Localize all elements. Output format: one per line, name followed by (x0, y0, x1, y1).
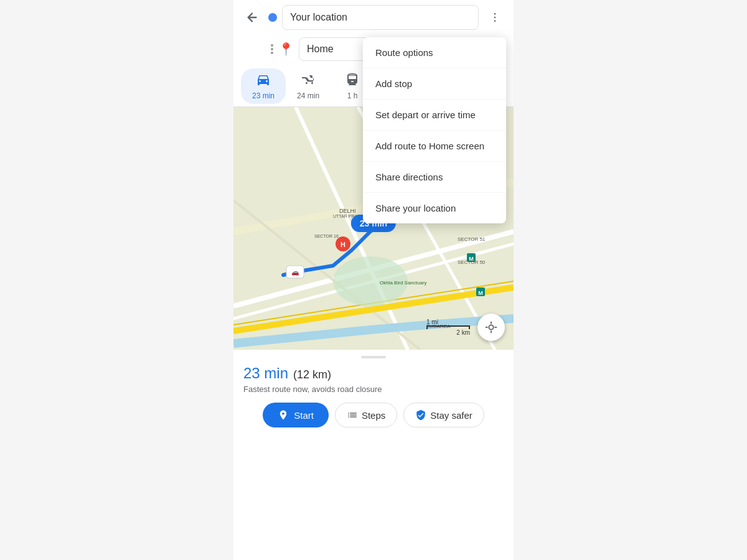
dropdown-menu: Route options Add stop Set depart or arr… (363, 37, 506, 223)
back-button[interactable] (241, 6, 263, 29)
menu-share-location[interactable]: Share your location (363, 193, 506, 223)
car-tab-label: 23 min (252, 91, 275, 100)
menu-set-time[interactable]: Set depart or arrive time (363, 100, 506, 131)
svg-text:M: M (478, 290, 483, 296)
map-scale: 1 mi 2 km (426, 319, 470, 336)
svg-text:SECTOR 50: SECTOR 50 (458, 259, 486, 265)
drag-handle[interactable] (361, 356, 386, 358)
svg-text:DELHI: DELHI (339, 208, 356, 214)
svg-text:H: H (341, 241, 345, 248)
svg-point-39 (489, 325, 493, 329)
car-icon (256, 72, 271, 90)
location-center-button[interactable] (477, 314, 505, 341)
destination-pin-icon: 📍 (278, 43, 294, 55)
svg-text:Okhla Bird Sanctuary: Okhla Bird Sanctuary (380, 280, 427, 286)
svg-point-0 (494, 13, 496, 15)
steps-label: Steps (362, 410, 385, 421)
stay-safer-label: Stay safer (430, 410, 472, 421)
motorcycle-icon (301, 72, 316, 90)
route-duration: 23 min (243, 365, 288, 382)
transit-tab-label: 1 h (347, 91, 358, 100)
motorcycle-tab-label: 24 min (297, 91, 319, 100)
route-connector (268, 44, 273, 54)
more-options-button[interactable] (484, 6, 506, 29)
route-info: 23 min (12 km) (243, 365, 504, 382)
start-label: Start (294, 410, 314, 421)
action-buttons: Start Steps Stay safer (243, 403, 504, 427)
menu-add-stop[interactable]: Add stop (363, 68, 506, 100)
header (233, 0, 514, 35)
steps-button[interactable]: Steps (335, 403, 397, 427)
transit-icon (345, 72, 360, 90)
menu-route-options[interactable]: Route options (363, 37, 506, 68)
svg-text:SECTOR 51: SECTOR 51 (458, 236, 486, 242)
menu-add-home[interactable]: Add route to Home screen (363, 131, 506, 162)
stay-safer-button[interactable]: Stay safer (403, 403, 484, 427)
bottom-panel: 23 min (12 km) Fastest route now, avoids… (233, 350, 514, 437)
phone-container: 📍 23 min 24 min 1 h (233, 0, 514, 560)
tab-motorcycle[interactable]: 24 min (286, 68, 331, 104)
svg-point-1 (494, 17, 496, 19)
svg-text:SECTOR 16: SECTOR 16 (314, 234, 339, 238)
tab-car[interactable]: 23 min (241, 68, 286, 104)
start-button[interactable]: Start (263, 403, 329, 427)
menu-share-directions[interactable]: Share directions (363, 162, 506, 193)
svg-point-2 (494, 21, 496, 22)
scale-label-miles: 1 mi (426, 319, 438, 325)
location-dot-icon (268, 13, 277, 22)
route-note: Fastest route now, avoids road closure (243, 385, 504, 394)
svg-text:🚗: 🚗 (291, 268, 299, 276)
route-distance: (12 km) (293, 368, 331, 381)
origin-input[interactable] (282, 5, 479, 30)
